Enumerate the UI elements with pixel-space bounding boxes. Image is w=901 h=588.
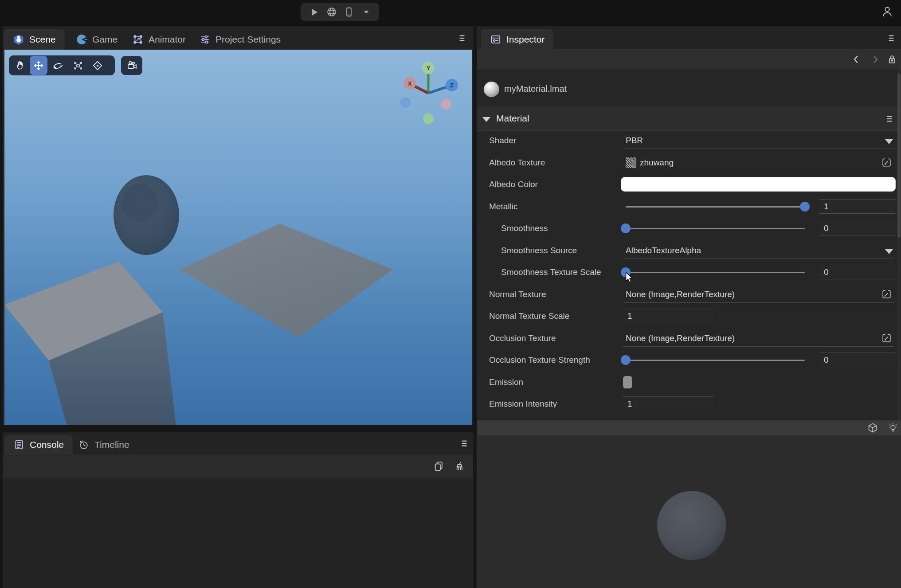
inspector-panel-menu-icon[interactable] bbox=[885, 32, 897, 44]
chevron-down-icon[interactable] bbox=[361, 7, 372, 17]
slider-track[interactable] bbox=[626, 206, 805, 208]
texture-thumbnail[interactable] bbox=[626, 157, 636, 168]
scene-panel-menu-icon[interactable] bbox=[456, 32, 468, 44]
console-toolbar bbox=[3, 455, 473, 478]
gizmo-ball-negx[interactable] bbox=[400, 97, 411, 108]
gizmo-ball-negz[interactable] bbox=[441, 99, 451, 110]
history-back-icon[interactable] bbox=[850, 54, 862, 65]
number-value: 1 bbox=[623, 397, 714, 408]
texture-pick-icon[interactable] bbox=[881, 333, 892, 344]
tab-label: Project Settings bbox=[215, 34, 281, 45]
inspector-panel: Inspector myMaterial.lmat Material Shade… bbox=[477, 26, 901, 588]
gizmo-ball-negy[interactable] bbox=[423, 114, 434, 124]
asset-name: myMaterial.lmat bbox=[504, 84, 567, 94]
material-menu-icon[interactable] bbox=[884, 113, 895, 125]
property-row-albedo-color: Albedo Color bbox=[477, 173, 901, 196]
property-row-normal-texture-scale: Normal Texture Scale1 bbox=[477, 305, 901, 327]
property-row-metallic: Metallic1 bbox=[477, 196, 901, 218]
lock-icon[interactable] bbox=[886, 54, 898, 65]
pan-tool-button[interactable] bbox=[12, 56, 29, 75]
slider-knob[interactable] bbox=[621, 223, 631, 233]
tab-scene[interactable]: Scene bbox=[4, 29, 65, 50]
tab-label: Inspector bbox=[506, 34, 545, 45]
material-preview[interactable] bbox=[477, 435, 901, 588]
number-input[interactable]: 1 bbox=[623, 396, 714, 408]
rect-tool-button[interactable] bbox=[89, 56, 106, 75]
material-section-header[interactable]: Material bbox=[477, 106, 901, 131]
preview-sphere bbox=[657, 491, 726, 560]
viewport-toolbar bbox=[9, 55, 115, 75]
tab-project-settings[interactable]: Project Settings bbox=[190, 29, 290, 50]
tab-inspector[interactable]: Inspector bbox=[481, 29, 553, 50]
camera-tool-button[interactable] bbox=[121, 56, 142, 75]
slider-track[interactable] bbox=[626, 272, 805, 273]
number-input[interactable]: 1 bbox=[623, 309, 714, 323]
field-underline bbox=[623, 259, 894, 259]
inspector-scrollbar[interactable] bbox=[897, 70, 901, 420]
cube-icon[interactable] bbox=[867, 422, 878, 434]
tab-game[interactable]: Game bbox=[67, 29, 126, 50]
tab-console[interactable]: Console bbox=[4, 435, 73, 455]
orientation-gizmo[interactable]: X Y Z bbox=[395, 58, 466, 129]
property-row-smoothness: Smoothness0 bbox=[477, 217, 901, 239]
slider-track[interactable] bbox=[626, 360, 805, 361]
play-icon[interactable] bbox=[308, 6, 320, 18]
console-output[interactable] bbox=[3, 478, 473, 588]
number-input[interactable]: 1 bbox=[819, 199, 896, 214]
copy-icon[interactable] bbox=[433, 460, 445, 472]
property-row-smoothness-texture-scale: Smoothness Texture Scale0 bbox=[477, 261, 901, 283]
slider-knob[interactable] bbox=[800, 202, 810, 212]
scale-tool-button[interactable] bbox=[69, 56, 87, 75]
number-value: 0 bbox=[819, 353, 896, 367]
rotate-tool-button[interactable] bbox=[49, 56, 67, 75]
tab-timeline[interactable]: Timeline bbox=[69, 435, 138, 455]
number-input[interactable]: 0 bbox=[819, 221, 896, 235]
tab-label: Timeline bbox=[94, 439, 129, 450]
property-label: Smoothness Texture Scale bbox=[501, 261, 601, 283]
gizmo-y-label: Y bbox=[427, 65, 431, 71]
game-icon bbox=[76, 34, 87, 45]
material-sphere-thumbnail bbox=[484, 82, 499, 97]
color-swatch[interactable] bbox=[621, 177, 896, 192]
collapse-caret-icon[interactable] bbox=[482, 117, 490, 122]
dropdown-chevron-icon[interactable] bbox=[885, 249, 893, 254]
field-underline bbox=[623, 302, 894, 303]
property-label: Metallic bbox=[489, 196, 517, 218]
section-title: Material bbox=[496, 113, 529, 124]
dropdown-chevron-icon[interactable] bbox=[885, 139, 893, 144]
move-icon bbox=[33, 60, 44, 71]
emission-checkbox[interactable] bbox=[623, 376, 632, 388]
move-tool-button[interactable] bbox=[30, 56, 47, 75]
broom-icon[interactable] bbox=[454, 460, 466, 472]
texture-pick-icon[interactable] bbox=[881, 157, 892, 168]
scene-viewport[interactable]: X Y Z bbox=[4, 50, 472, 425]
number-value: 0 bbox=[819, 221, 896, 235]
scale-icon bbox=[72, 60, 84, 71]
history-forward-icon[interactable] bbox=[870, 54, 881, 65]
texture-pick-icon[interactable] bbox=[881, 289, 892, 300]
console-tabbar: Console Timeline bbox=[3, 432, 473, 455]
console-panel-menu-icon[interactable] bbox=[458, 438, 470, 449]
animator-icon bbox=[132, 34, 144, 45]
gizmo-x-label: X bbox=[408, 80, 412, 87]
property-label: Shader bbox=[489, 129, 516, 152]
project-settings-icon bbox=[199, 34, 211, 45]
asset-header: myMaterial.lmat bbox=[477, 70, 901, 106]
slider-track[interactable] bbox=[626, 228, 805, 229]
number-input[interactable]: 0 bbox=[819, 265, 896, 279]
property-label: Occlusion Texture bbox=[489, 327, 556, 349]
number-value: 1 bbox=[819, 200, 896, 213]
scene-icon bbox=[13, 34, 24, 45]
light-icon[interactable] bbox=[887, 422, 899, 434]
globe-icon[interactable] bbox=[326, 6, 337, 18]
scrollbar-thumb[interactable] bbox=[897, 74, 901, 238]
number-value: 0 bbox=[819, 265, 896, 279]
tab-animator[interactable]: Animator bbox=[123, 29, 195, 50]
property-label: Occlusion Texture Strength bbox=[489, 349, 590, 371]
rect-tool-icon bbox=[92, 60, 103, 71]
mobile-icon[interactable] bbox=[343, 6, 355, 18]
person-icon[interactable] bbox=[881, 5, 894, 18]
hand-icon bbox=[15, 60, 26, 71]
number-input[interactable]: 0 bbox=[819, 353, 896, 367]
slider-knob[interactable] bbox=[621, 355, 631, 365]
